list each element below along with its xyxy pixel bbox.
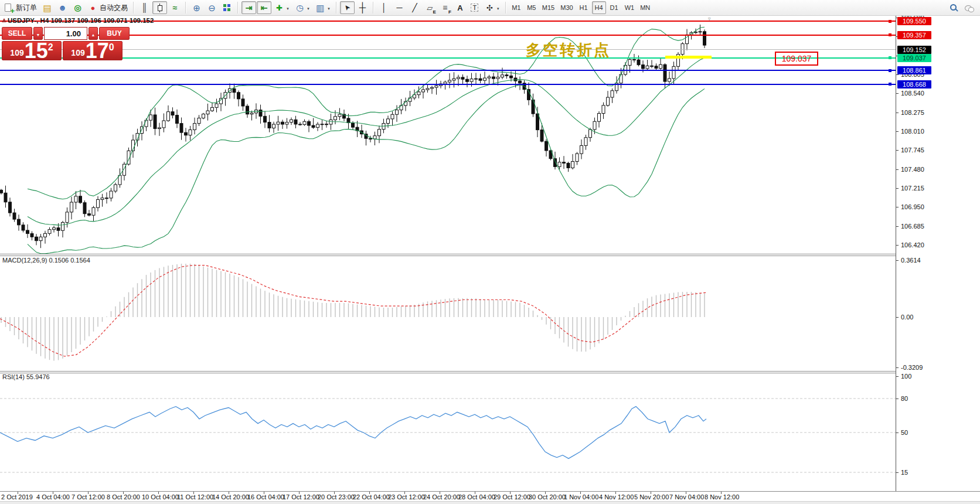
- chart-annotation-text[interactable]: 多空转折点: [526, 40, 611, 60]
- buy-price-base: 109: [71, 48, 84, 57]
- navigator-button[interactable]: [70, 1, 85, 14]
- price-axis-tick: 107.215: [901, 185, 924, 192]
- fibonacci-tool-button[interactable]: F: [438, 1, 452, 14]
- timeframe-M5[interactable]: M5: [525, 1, 539, 14]
- sell-price-sup: 2: [48, 42, 53, 53]
- macd-indicator-label: MACD(12,26,9) 0.1506 0.1564: [2, 257, 90, 264]
- buy-price-sup: 0: [109, 42, 114, 53]
- toolbar-separator: [336, 2, 337, 13]
- journal-button[interactable]: [40, 1, 55, 14]
- price-badge: 108.861: [897, 66, 931, 74]
- cursor-tool-button[interactable]: [340, 1, 355, 14]
- volume-down-button[interactable]: [33, 27, 43, 40]
- price-axis-tick: 106.420: [901, 241, 924, 248]
- navigator-icon: [73, 3, 83, 13]
- auto-trading-button[interactable]: 自动交易: [86, 1, 130, 14]
- periods-button[interactable]: [292, 1, 312, 14]
- trade-panel-top-row: SELL BUY: [2, 27, 122, 40]
- price-level-line[interactable]: [0, 35, 896, 36]
- indicator-axis-tick: 0.3614: [901, 257, 921, 264]
- trade-panel-prices: 109 15 2 109 17 0: [2, 41, 122, 60]
- horizontal-scrollbar[interactable]: [0, 501, 980, 504]
- timeframe-W1[interactable]: W1: [622, 1, 637, 14]
- vertical-line-icon: [379, 3, 389, 13]
- text-label-tool-button[interactable]: T: [468, 1, 482, 14]
- buy-price-button[interactable]: 109 17 0: [63, 41, 122, 60]
- level-handle[interactable]: [889, 56, 891, 59]
- channel-letter: E: [433, 10, 436, 15]
- level-handle[interactable]: [889, 33, 891, 36]
- indicator-axis-tick: 15: [901, 469, 908, 476]
- candlestick-mode-button[interactable]: [152, 1, 167, 14]
- price-level-line[interactable]: [0, 84, 896, 85]
- chart-shift-button[interactable]: [257, 1, 271, 14]
- sell-price-base: 109: [10, 48, 23, 57]
- axis-tick-mark: [896, 226, 899, 227]
- tile-windows-icon: [222, 3, 232, 13]
- toolbar: 新订单 自动交易: [0, 0, 980, 16]
- price-level-line[interactable]: [0, 57, 896, 59]
- profile-button[interactable]: [55, 1, 70, 14]
- price-badge: 109.037: [897, 54, 931, 62]
- sell-price-button[interactable]: 109 15 2: [2, 41, 62, 60]
- axis-tick-mark: [896, 207, 899, 207]
- timeframe-H1[interactable]: H1: [577, 1, 591, 14]
- channel-tool-button[interactable]: E: [423, 1, 437, 14]
- tile-windows-button[interactable]: [220, 1, 234, 14]
- timeframe-M1[interactable]: M1: [509, 1, 523, 14]
- price-level-line[interactable]: [0, 70, 896, 71]
- time-axis-label: 8 Oct 20:00: [107, 493, 140, 500]
- search-button[interactable]: [947, 1, 961, 14]
- zoom-in-button[interactable]: [189, 1, 204, 14]
- timeframe-D1[interactable]: D1: [607, 1, 621, 14]
- volume-up-button[interactable]: [89, 27, 98, 40]
- level-handle[interactable]: [889, 69, 891, 72]
- price-callout-box[interactable]: 109.037: [775, 52, 818, 66]
- timeframe-M15[interactable]: M15: [540, 1, 557, 14]
- toolbar-separator: [237, 2, 239, 13]
- pane-separator-rsi[interactable]: [0, 371, 980, 373]
- time-axis-label: 8 Nov 12:00: [705, 493, 739, 500]
- auto-scroll-icon: [244, 3, 254, 13]
- sell-button[interactable]: SELL: [2, 27, 32, 40]
- chat-button[interactable]: [962, 1, 976, 14]
- arrows-tool-button[interactable]: [482, 1, 502, 14]
- volume-input[interactable]: [44, 27, 87, 40]
- indicators-button[interactable]: [272, 1, 292, 14]
- time-axis-label: 28 Oct 04:00: [458, 493, 495, 500]
- crosshair-tool-button[interactable]: [355, 1, 370, 14]
- chart-canvas[interactable]: [0, 0, 980, 504]
- timeframe-H4[interactable]: H4: [592, 1, 606, 14]
- pane-separator-macd[interactable]: [0, 254, 980, 256]
- level-handle[interactable]: [889, 83, 891, 86]
- time-axis-label: 4 Oct 04:00: [36, 493, 70, 500]
- vertical-line-tool-button[interactable]: [377, 1, 392, 14]
- buy-button[interactable]: BUY: [99, 27, 130, 40]
- axis-tick-mark: [896, 260, 899, 261]
- timeframe-MN[interactable]: MN: [638, 1, 652, 14]
- timeframe-M30[interactable]: M30: [558, 1, 575, 14]
- price-axis-tick: 108.275: [901, 109, 924, 116]
- trendline-tool-button[interactable]: [407, 1, 422, 14]
- new-order-button[interactable]: 新订单: [2, 1, 39, 14]
- line-chart-icon: [170, 3, 180, 13]
- chevron-down-icon: [307, 4, 310, 12]
- horizontal-line-tool-button[interactable]: [392, 1, 407, 14]
- zoom-out-button[interactable]: [205, 1, 219, 14]
- time-axis: 2 Oct 20194 Oct 04:007 Oct 12:008 Oct 20…: [0, 491, 980, 501]
- axis-tick-mark: [896, 317, 899, 318]
- clock-icon: [295, 3, 305, 13]
- level-handle[interactable]: [889, 20, 891, 23]
- text-tool-button[interactable]: A: [453, 1, 467, 14]
- toolbar-separator: [133, 2, 134, 13]
- axis-tick-mark: [896, 150, 899, 151]
- price-level-line[interactable]: [0, 49, 896, 50]
- line-chart-mode-button[interactable]: [168, 1, 182, 14]
- auto-scroll-button[interactable]: [241, 1, 256, 14]
- one-click-trading-panel: SELL BUY 109 15 2 109 17 0: [2, 27, 122, 60]
- yellow-highlight-line[interactable]: [665, 56, 712, 59]
- templates-button[interactable]: [313, 1, 333, 14]
- time-axis-label: 17 Oct 12:00: [283, 493, 319, 500]
- new-order-label: 新订单: [16, 3, 37, 13]
- bar-chart-mode-button[interactable]: [137, 1, 152, 14]
